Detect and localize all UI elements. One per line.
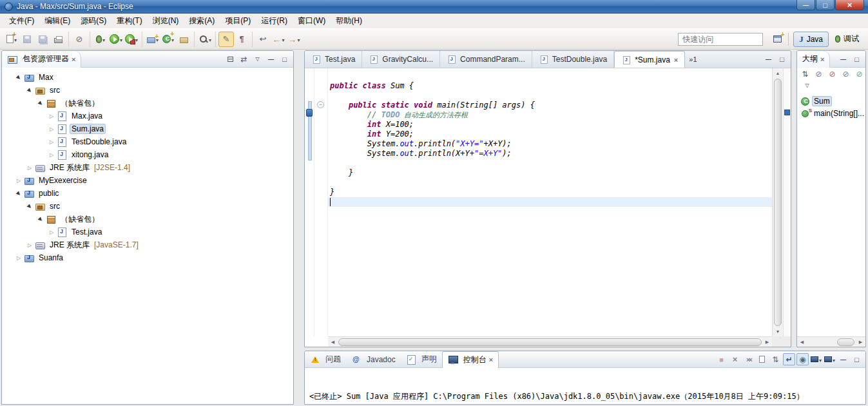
menu-item[interactable]: 窗口(W) <box>293 14 331 28</box>
open-perspective-button[interactable] <box>769 32 785 47</box>
code-line[interactable]: public class Sum { <box>328 81 772 91</box>
display-selected-console-button[interactable] <box>810 353 822 365</box>
remove-launch-button[interactable] <box>729 353 741 365</box>
close-view-icon[interactable] <box>489 355 493 364</box>
menu-item[interactable]: 重构(T) <box>111 14 147 28</box>
search-button[interactable] <box>197 32 213 47</box>
editor-tab[interactable]: CommandParam... <box>440 51 532 68</box>
scroll-up-icon[interactable]: ▲ <box>773 68 783 78</box>
scroll-left-icon[interactable]: ◀ <box>328 337 338 347</box>
javadoc-view-tab[interactable]: Javadoc <box>346 351 401 368</box>
collapse-arrow-icon[interactable] <box>15 191 23 197</box>
dropdown-arrow-icon[interactable] <box>832 355 835 364</box>
menu-item[interactable]: 帮助(H) <box>331 14 367 28</box>
code-line[interactable]: System.out.println("X+Y="+X+Y); <box>328 139 772 149</box>
tree-item[interactable]: TestDouble.java <box>2 135 293 148</box>
outline-horizontal-scrollbar[interactable]: ◀ ▶ <box>797 336 865 347</box>
tree-item[interactable]: Suanfa <box>2 251 293 264</box>
code-line[interactable] <box>328 159 772 168</box>
tree-item[interactable]: Max.java <box>2 110 293 122</box>
horizontal-scrollbar-thumb[interactable] <box>338 338 762 346</box>
window-maximize-button[interactable] <box>816 0 834 10</box>
save-all-button[interactable] <box>35 32 50 47</box>
new-java-project-button[interactable] <box>145 32 160 47</box>
window-titlebar[interactable]: Java - Max/src/Sum.java - Eclipse <box>0 0 868 14</box>
outline-view-tab[interactable]: 大纲 <box>797 51 830 68</box>
print-button[interactable] <box>50 32 66 47</box>
minimize-view-button[interactable] <box>837 353 849 365</box>
code-line[interactable] <box>328 197 772 207</box>
scroll-left-icon[interactable]: ◀ <box>797 337 807 347</box>
scroll-lock-button[interactable] <box>769 353 782 365</box>
hide-fields-button[interactable] <box>813 68 825 81</box>
declaration-view-tab[interactable]: 声明 <box>401 351 442 368</box>
last-edit-location-button[interactable] <box>255 32 271 47</box>
new-java-class-button[interactable] <box>160 32 176 47</box>
skip-all-breakpoints-button[interactable] <box>72 32 87 47</box>
code-line[interactable] <box>328 91 772 101</box>
tree-item[interactable]: （缺省包） <box>2 213 293 226</box>
minimize-view-button[interactable] <box>762 53 775 66</box>
menu-item[interactable]: 运行(R) <box>256 14 293 28</box>
code-line[interactable]: } <box>328 188 772 197</box>
editor-horizontal-scrollbar[interactable]: ◀ ▶ <box>328 336 772 347</box>
tree-item[interactable]: Test.java <box>2 226 293 238</box>
problems-view-tab[interactable]: 问题 <box>305 351 346 368</box>
minimize-view-button[interactable] <box>837 53 849 65</box>
close-tab-icon[interactable] <box>673 55 678 64</box>
forward-history-button[interactable] <box>286 32 302 47</box>
editor-tab[interactable]: *Sum.java <box>614 51 685 68</box>
collapse-arrow-icon[interactable] <box>37 217 44 222</box>
tree-item[interactable]: src <box>2 200 293 213</box>
dropdown-arrow-icon[interactable] <box>282 35 285 44</box>
remove-all-terminated-button[interactable] <box>742 353 755 365</box>
expand-arrow-icon[interactable] <box>26 242 34 248</box>
code-line[interactable]: int X=100; <box>328 120 772 130</box>
tree-item[interactable]: Max <box>2 71 293 84</box>
editor-vertical-scrollbar[interactable]: ▲ ▼ <box>772 68 783 336</box>
tree-item[interactable]: JRE 系统库[J2SE-1.4] <box>2 161 293 174</box>
window-close-button[interactable] <box>835 0 864 10</box>
run-last-tool-button[interactable] <box>124 32 139 47</box>
editor-tab[interactable]: Test.java <box>305 51 362 68</box>
outline-item[interactable]: main(String[]... <box>797 107 865 119</box>
tree-item[interactable]: public <box>2 187 293 200</box>
open-type-button[interactable] <box>176 32 191 47</box>
close-view-icon[interactable] <box>72 55 75 64</box>
menu-item[interactable]: 源码(S) <box>75 14 111 28</box>
save-button[interactable] <box>19 32 35 47</box>
close-view-icon[interactable] <box>820 55 824 64</box>
maximize-view-button[interactable] <box>851 53 863 65</box>
dropdown-arrow-icon[interactable] <box>818 355 822 364</box>
maximize-view-button[interactable] <box>851 353 863 365</box>
editor-tab[interactable]: GravityCalcu... <box>362 51 440 68</box>
debug-button[interactable] <box>93 32 108 47</box>
dropdown-arrow-icon[interactable] <box>102 35 105 44</box>
menu-item[interactable]: 编辑(E) <box>39 14 75 28</box>
tree-item[interactable]: MyExexercise <box>2 174 293 187</box>
expand-arrow-icon[interactable] <box>48 229 55 235</box>
expand-arrow-icon[interactable] <box>48 126 55 132</box>
open-console-button[interactable] <box>824 353 836 365</box>
maximize-view-button[interactable] <box>278 53 291 65</box>
folding-ruler[interactable] <box>314 68 328 336</box>
task-marker-icon[interactable] <box>306 109 313 117</box>
console-output[interactable]: <已终止> Sum [Java 应用程序] C:\Program Files (… <box>305 368 865 405</box>
clear-console-button[interactable] <box>756 353 768 365</box>
pin-console-button[interactable] <box>796 353 809 365</box>
view-menu-button[interactable] <box>251 53 264 65</box>
hide-local-types-button[interactable] <box>853 68 865 81</box>
word-wrap-button[interactable] <box>783 353 795 365</box>
dropdown-arrow-icon[interactable] <box>297 35 300 44</box>
editor-tab[interactable]: TestDouble.java <box>532 51 614 68</box>
expand-arrow-icon[interactable] <box>26 165 34 171</box>
minimize-view-button[interactable] <box>265 53 277 65</box>
annotation-ruler[interactable] <box>305 68 314 336</box>
outline-item[interactable]: Sum <box>797 95 865 107</box>
dropdown-arrow-icon[interactable] <box>208 35 211 44</box>
fold-collapse-icon[interactable] <box>317 101 324 108</box>
back-history-button[interactable] <box>271 32 286 47</box>
tree-item[interactable]: xitong.java <box>2 148 293 161</box>
hide-non-public-members-button[interactable] <box>840 68 852 81</box>
tree-item[interactable]: src <box>2 84 293 97</box>
